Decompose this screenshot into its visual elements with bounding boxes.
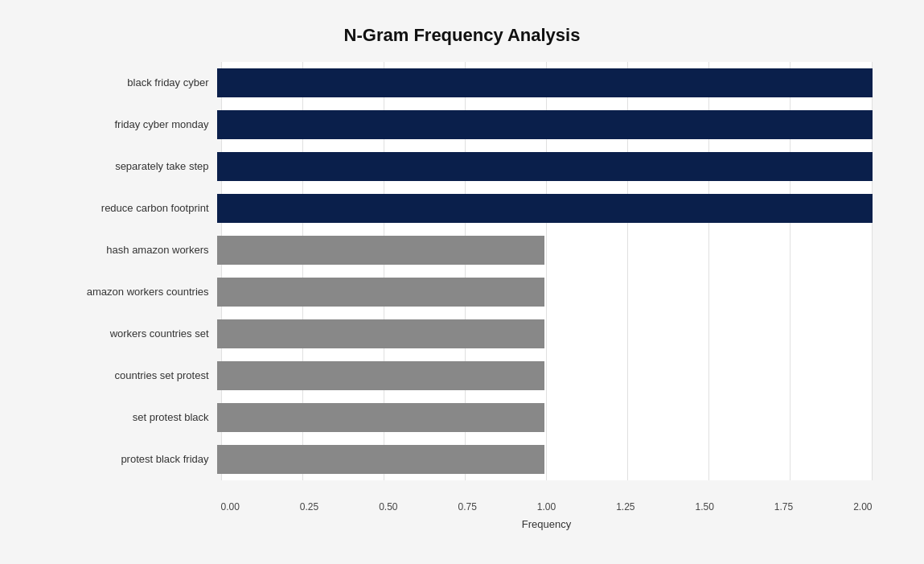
bar-row: protest black friday bbox=[52, 438, 873, 480]
bar-track bbox=[217, 355, 873, 397]
bar-row: amazon workers countries bbox=[52, 271, 873, 313]
bar-label: friday cyber monday bbox=[52, 118, 217, 130]
bar-track bbox=[217, 313, 873, 355]
bar-fill bbox=[217, 68, 873, 97]
x-tick: 1.00 bbox=[537, 501, 556, 513]
x-axis: 0.000.250.500.751.001.251.501.752.00 bbox=[221, 501, 873, 513]
x-tick: 1.75 bbox=[774, 501, 793, 513]
bar-fill bbox=[217, 152, 873, 181]
bar-row: separately take step bbox=[52, 146, 873, 187]
x-tick: 1.25 bbox=[616, 501, 634, 513]
chart-area: black friday cyberfriday cyber mondaysep… bbox=[52, 62, 873, 480]
bar-row: workers countries set bbox=[52, 313, 873, 355]
x-tick: 0.75 bbox=[458, 501, 476, 513]
bar-track bbox=[217, 187, 873, 229]
bar-track bbox=[217, 146, 873, 187]
bar-fill bbox=[217, 319, 545, 348]
bar-row: set protest black bbox=[52, 397, 873, 438]
bar-row: reduce carbon footprint bbox=[52, 187, 873, 229]
bar-track bbox=[217, 438, 873, 480]
bar-fill bbox=[217, 278, 545, 307]
bar-label: set protest black bbox=[52, 411, 217, 423]
bar-row: black friday cyber bbox=[52, 62, 873, 104]
bar-label: hash amazon workers bbox=[52, 244, 217, 256]
bar-fill bbox=[217, 445, 545, 474]
bar-fill bbox=[217, 403, 545, 432]
bar-row: hash amazon workers bbox=[52, 229, 873, 271]
x-axis-label: Frequency bbox=[221, 518, 873, 530]
bar-fill bbox=[217, 194, 873, 223]
bar-label: protest black friday bbox=[52, 453, 217, 465]
x-tick: 0.25 bbox=[300, 501, 318, 513]
bar-track bbox=[217, 229, 873, 271]
chart-container: N-Gram Frequency Analysis black friday c… bbox=[20, 9, 905, 556]
bar-fill bbox=[217, 361, 545, 390]
bar-label: countries set protest bbox=[52, 369, 217, 381]
bar-label: amazon workers countries bbox=[52, 286, 217, 298]
bar-label: reduce carbon footprint bbox=[52, 202, 217, 214]
bar-label: workers countries set bbox=[52, 327, 217, 340]
bar-fill bbox=[217, 110, 873, 139]
bar-row: friday cyber monday bbox=[52, 104, 873, 146]
bar-track bbox=[217, 62, 873, 104]
bars-wrapper: black friday cyberfriday cyber mondaysep… bbox=[52, 62, 873, 480]
x-tick: 0.50 bbox=[379, 501, 397, 513]
x-tick: 2.00 bbox=[853, 501, 872, 513]
chart-title: N-Gram Frequency Analysis bbox=[52, 25, 873, 46]
bar-track bbox=[217, 397, 873, 438]
bar-label: separately take step bbox=[52, 160, 217, 172]
bar-label: black friday cyber bbox=[52, 76, 217, 89]
bar-row: countries set protest bbox=[52, 355, 873, 397]
bar-track bbox=[217, 104, 873, 146]
bar-track bbox=[217, 271, 873, 313]
x-tick: 1.50 bbox=[695, 501, 713, 513]
x-tick: 0.00 bbox=[221, 501, 240, 513]
bar-fill bbox=[217, 236, 545, 265]
